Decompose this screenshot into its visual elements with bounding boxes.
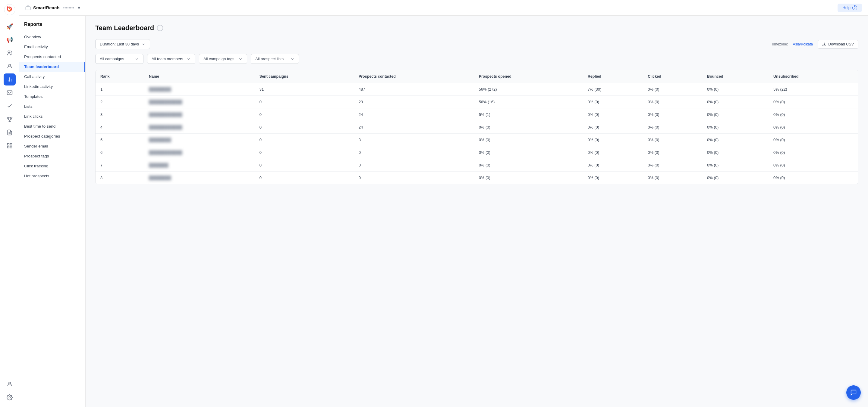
cell-value: 0% (0) bbox=[643, 108, 702, 121]
sidebar-item-prospect-tags[interactable]: Prospect tags bbox=[19, 151, 85, 161]
campaign-tags-dropdown[interactable]: All campaign tags bbox=[199, 54, 247, 64]
sidebar-item-sender-email[interactable]: Sender email bbox=[19, 141, 85, 151]
cell-value: 0% (0) bbox=[643, 146, 702, 159]
sidebar-item-click-tracking[interactable]: Click tracking bbox=[19, 161, 85, 171]
team-members-dropdown[interactable]: All team members bbox=[147, 54, 195, 64]
rail-icon-gear[interactable] bbox=[4, 391, 16, 403]
cell-rank: 4 bbox=[96, 121, 144, 134]
cell-value: 0% (0) bbox=[702, 134, 769, 146]
col-sent-campaigns: Sent campaigns bbox=[255, 70, 354, 83]
help-circle-icon: ? bbox=[852, 5, 857, 10]
cell-value: 0% (0) bbox=[702, 159, 769, 172]
cell-value: 56% (16) bbox=[474, 96, 583, 108]
col-rank: Rank bbox=[96, 70, 144, 83]
app-logo[interactable] bbox=[4, 4, 16, 15]
sidebar-item-call-activity[interactable]: Call activity bbox=[19, 72, 85, 81]
sidebar-item-team-leaderboard[interactable]: Team leaderboard bbox=[19, 62, 85, 72]
download-csv-button[interactable]: Download CSV bbox=[818, 40, 858, 49]
sidebar-item-overview[interactable]: Overview bbox=[19, 32, 85, 42]
cell-value: 0 bbox=[255, 172, 354, 184]
svg-rect-8 bbox=[10, 144, 12, 145]
help-button[interactable]: Help ? bbox=[838, 4, 862, 12]
col-bounced: Bounced bbox=[702, 70, 769, 83]
cell-rank: 3 bbox=[96, 108, 144, 121]
cell-value: 0% (0) bbox=[474, 172, 583, 184]
cell-value: 0% (0) bbox=[643, 134, 702, 146]
sidebar-item-prospects-contacted[interactable]: Prospects contacted bbox=[19, 52, 85, 62]
rail-icon-megaphone[interactable]: 📢 bbox=[4, 34, 16, 46]
cell-value: 0% (0) bbox=[769, 159, 858, 172]
cell-name: ████████ bbox=[144, 172, 255, 184]
timezone-value[interactable]: Asia/Kolkata bbox=[793, 42, 813, 46]
rail-icon-check[interactable] bbox=[4, 100, 16, 112]
cell-value: 0% (0) bbox=[769, 146, 858, 159]
cell-name: ████████ bbox=[144, 83, 255, 96]
rail-icon-chart[interactable] bbox=[4, 73, 16, 86]
workspace-chevron[interactable]: ▾ bbox=[78, 5, 80, 10]
page-title: Team Leaderboard bbox=[95, 24, 154, 32]
rail-icon-person[interactable] bbox=[4, 60, 16, 72]
workspace-name: •••••••• bbox=[63, 5, 74, 10]
campaign-tags-chevron-icon bbox=[239, 57, 243, 61]
timezone-label: Timezone: bbox=[771, 42, 788, 46]
sidebar-item-link-clicks[interactable]: Link clicks bbox=[19, 111, 85, 121]
table-row: 2████████████02956% (16)0% (0)0% (0)0% (… bbox=[96, 96, 858, 108]
brand-area: SmartReach •••••••• ▾ bbox=[25, 5, 80, 10]
download-icon bbox=[822, 42, 827, 46]
cell-name: ████████████ bbox=[144, 96, 255, 108]
cell-value: 0% (0) bbox=[474, 159, 583, 172]
info-icon[interactable]: i bbox=[157, 25, 163, 31]
chat-icon bbox=[850, 389, 857, 396]
sidebar-title: Reports bbox=[19, 22, 85, 32]
rail-icon-mail[interactable] bbox=[4, 87, 16, 99]
cell-value: 0% (0) bbox=[769, 121, 858, 134]
cell-value: 0% (0) bbox=[643, 159, 702, 172]
sidebar-item-best-time-to-send[interactable]: Best time to send bbox=[19, 121, 85, 131]
team-members-chevron-icon bbox=[187, 57, 191, 61]
rail-icon-rocket[interactable]: 🚀 bbox=[4, 21, 16, 33]
rail-icon-grid[interactable] bbox=[4, 140, 16, 152]
cell-value: 0% (0) bbox=[643, 172, 702, 184]
cell-value: 0 bbox=[255, 146, 354, 159]
rail-icon-user-settings[interactable] bbox=[4, 378, 16, 390]
cell-value: 31 bbox=[255, 83, 354, 96]
cell-value: 0% (0) bbox=[583, 146, 643, 159]
cell-value: 24 bbox=[354, 121, 474, 134]
duration-chevron-icon bbox=[141, 42, 146, 46]
col-clicked: Clicked bbox=[643, 70, 702, 83]
svg-point-12 bbox=[9, 397, 10, 398]
cell-value: 0 bbox=[255, 134, 354, 146]
campaigns-dropdown[interactable]: All campaigns bbox=[95, 54, 144, 64]
svg-rect-13 bbox=[26, 7, 30, 10]
sidebar-item-prospect-categories[interactable]: Prospect categories bbox=[19, 131, 85, 141]
page-header: Team Leaderboard i bbox=[95, 24, 858, 32]
cell-value: 0% (0) bbox=[702, 108, 769, 121]
sidebar-item-linkedin-activity[interactable]: Linkedin activity bbox=[19, 81, 85, 92]
cell-rank: 1 bbox=[96, 83, 144, 96]
prospect-lists-dropdown[interactable]: All prospect lists bbox=[251, 54, 299, 64]
svg-rect-10 bbox=[7, 146, 9, 148]
rail-icon-people[interactable] bbox=[4, 47, 16, 59]
duration-dropdown[interactable]: Duration: Last 30 days bbox=[95, 39, 150, 49]
col-prospects-contacted: Prospects contacted bbox=[354, 70, 474, 83]
rail-icon-doc[interactable] bbox=[4, 127, 16, 138]
table-header-row: Rank Name Sent campaigns Prospects conta… bbox=[96, 70, 858, 83]
cell-value: 0% (0) bbox=[702, 96, 769, 108]
cell-value: 0% (0) bbox=[583, 96, 643, 108]
rail-icon-trophy[interactable] bbox=[4, 113, 16, 125]
leaderboard-table: Rank Name Sent campaigns Prospects conta… bbox=[96, 70, 858, 184]
sidebar-item-hot-prospects[interactable]: Hot prospects bbox=[19, 171, 85, 181]
svg-point-2 bbox=[8, 51, 10, 53]
cell-name: ████████ bbox=[144, 134, 255, 146]
cell-value: 0% (0) bbox=[583, 172, 643, 184]
chat-bubble-button[interactable] bbox=[846, 385, 861, 400]
sidebar-item-templates[interactable]: Templates bbox=[19, 92, 85, 101]
table-body: 1████████3148756% (272)7% (30)0% (0)0% (… bbox=[96, 83, 858, 184]
cell-value: 487 bbox=[354, 83, 474, 96]
cell-value: 0 bbox=[255, 121, 354, 134]
cell-value: 0 bbox=[354, 172, 474, 184]
sidebar-item-email-activity[interactable]: Email activity bbox=[19, 42, 85, 52]
cell-value: 0% (0) bbox=[643, 121, 702, 134]
sidebar-item-lists[interactable]: Lists bbox=[19, 101, 85, 111]
cell-value: 0% (0) bbox=[474, 146, 583, 159]
